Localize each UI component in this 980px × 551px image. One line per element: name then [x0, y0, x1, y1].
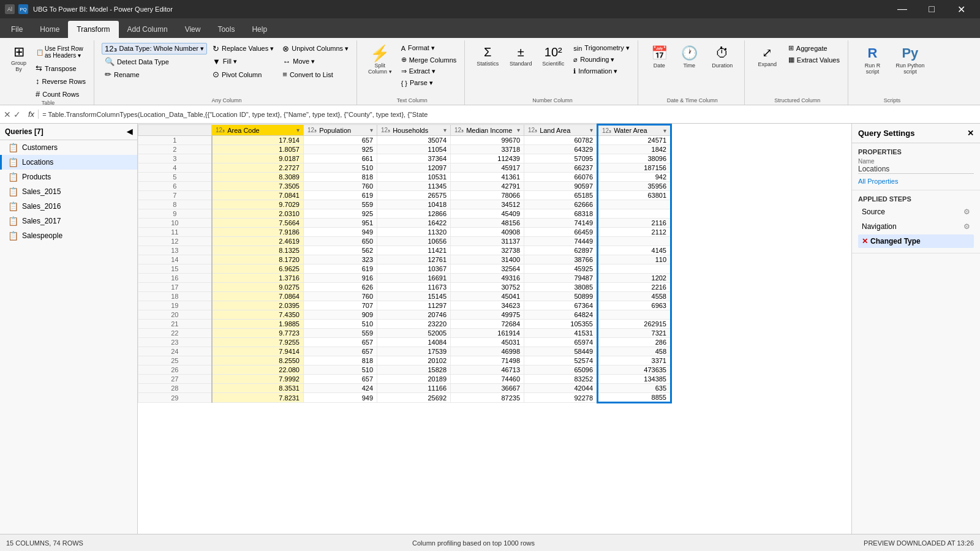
population-cell: 657	[304, 136, 377, 145]
status-preview-time: PREVIEW DOWNLOADED AT 13:26	[864, 539, 974, 547]
tab-tools[interactable]: Tools	[209, 21, 243, 38]
step-delete-icon[interactable]: ✕	[862, 237, 868, 246]
land-area-dropdown-icon[interactable]: ▾	[590, 127, 593, 133]
aggregate-button[interactable]: ⊞ Aggregate	[785, 43, 843, 53]
time-button[interactable]: 🕐 Time	[676, 43, 703, 71]
step-navigation[interactable]: Navigation ⚙	[858, 220, 974, 233]
formula-cancel-icon[interactable]: ✕	[4, 110, 11, 119]
title-bar-controls[interactable]: — □ ✕	[888, 0, 975, 18]
name-value[interactable]: Locations	[858, 165, 974, 174]
group-by-button[interactable]: ⊞ GroupBy	[7, 43, 30, 75]
tab-add-column[interactable]: Add Column	[119, 21, 176, 38]
col-header-land-area[interactable]: 12₃ Land Area ▾	[524, 125, 598, 136]
extract-values-button[interactable]: ▦ Extract Values	[785, 54, 843, 65]
col-header-area-code[interactable]: 12₃ Area Code ▾	[212, 125, 304, 136]
water-area-cell: 187156	[598, 163, 671, 173]
step-source-gear-icon[interactable]: ⚙	[963, 208, 970, 216]
ribbon-group-text-column: ⚡ SplitColumn ▾ A Format ▾ ⊕ Merge Colum…	[360, 40, 465, 105]
households-cell: 17539	[377, 347, 451, 356]
title-bar: Al PQ UBG To Power BI: Model - Power Que…	[0, 0, 980, 18]
scientific-button[interactable]: 10² Scientific	[538, 43, 568, 69]
tab-view[interactable]: View	[176, 21, 209, 38]
maximize-button[interactable]: □	[918, 0, 946, 18]
tab-transform[interactable]: Transform	[68, 21, 118, 38]
any-column-label: Any Column	[212, 97, 242, 105]
median-income-cell: 30752	[451, 283, 524, 292]
sidebar-item-locations[interactable]: 📋 Locations	[0, 155, 137, 170]
data-type-button[interactable]: 12₃ Data Type: Whole Number ▾	[102, 43, 207, 54]
trigonometry-button[interactable]: sin Trigonometry ▾	[570, 43, 633, 53]
standard-button[interactable]: ± Standard	[505, 43, 536, 69]
transpose-button[interactable]: ⇆ Transpose	[32, 62, 89, 74]
table-row: 237.9255657140844503165974286	[138, 338, 671, 347]
close-panel-icon[interactable]: ✕	[967, 129, 974, 138]
convert-to-list-button[interactable]: ≡ Convert to List	[279, 69, 352, 80]
tab-home[interactable]: Home	[31, 21, 68, 38]
grid-container[interactable]: 12₃ Area Code ▾ 12₃ Population ▾	[138, 124, 851, 534]
step-navigation-gear-icon[interactable]: ⚙	[963, 222, 970, 231]
households-dropdown-icon[interactable]: ▾	[443, 127, 447, 133]
count-rows-button[interactable]: # Count Rows	[32, 88, 89, 100]
sidebar-item-products[interactable]: 📋 Products	[0, 170, 137, 184]
merge-columns-button[interactable]: ⊕ Merge Columns	[398, 54, 460, 65]
use-first-row-button[interactable]: 📋 Use First Rowas Headers ▾	[32, 43, 89, 61]
status-bar: 15 COLUMNS, 74 ROWS Column profiling bas…	[0, 534, 980, 551]
duration-button[interactable]: ⏱ Duration	[706, 43, 739, 71]
run-r-button[interactable]: R Run Rscript	[856, 43, 889, 77]
col-header-households[interactable]: 12₃ Households ▾	[377, 125, 451, 136]
sidebar-item-sales2015[interactable]: 📋 Sales_2015	[0, 184, 137, 199]
population-cell: 562	[304, 246, 377, 255]
households-cell: 20102	[377, 356, 451, 365]
median-income-cell: 31400	[451, 255, 524, 264]
tab-help[interactable]: Help	[243, 21, 276, 38]
unpivot-columns-button[interactable]: ⊗ Unpivot Columns ▾	[279, 43, 352, 54]
step-source[interactable]: Source ⚙	[858, 205, 974, 219]
move-button[interactable]: ↔ Move ▾	[279, 56, 352, 67]
median-income-dropdown-icon[interactable]: ▾	[517, 127, 520, 133]
step-changed-type[interactable]: ✕ Changed Type	[858, 234, 974, 248]
table-row: 288.3531424111663666742044635	[138, 384, 671, 393]
format-button[interactable]: A Format ▾	[398, 43, 460, 53]
expand-button[interactable]: ⤢ Expand	[752, 43, 783, 70]
row-num-cell: 1	[138, 136, 212, 145]
population-dropdown-icon[interactable]: ▾	[370, 127, 373, 133]
water-area-dropdown-icon[interactable]: ▾	[663, 127, 666, 134]
tab-file[interactable]: File	[2, 21, 31, 38]
information-button[interactable]: ℹ Information ▾	[570, 66, 633, 77]
col-header-median-income[interactable]: 12₃ Median Income ▾	[451, 125, 524, 136]
sidebar-item-customers[interactable]: 📋 Customers	[0, 140, 137, 155]
pivot-column-button[interactable]: ⊙ Pivot Column	[209, 69, 277, 80]
col-header-population[interactable]: 12₃ Population ▾	[304, 125, 377, 136]
area-code-dropdown-icon[interactable]: ▾	[296, 127, 300, 133]
land-area-cell: 62666	[524, 200, 598, 209]
split-column-button[interactable]: ⚡ SplitColumn ▾	[364, 43, 396, 77]
rounding-button[interactable]: ⌀ Rounding ▾	[570, 54, 633, 65]
median-income-cell: 46998	[451, 347, 524, 356]
trig-icon: sin	[573, 45, 582, 52]
formula-accept-icon[interactable]: ✓	[13, 110, 21, 119]
properties-title: PROPERTIES	[858, 148, 974, 156]
all-properties-link[interactable]: All Properties	[858, 178, 898, 185]
sidebar-collapse-icon[interactable]: ◀	[127, 127, 132, 136]
sidebar-item-sales2016[interactable]: 📋 Sales_2016	[0, 199, 137, 214]
reverse-rows-button[interactable]: ↕ Reverse Rows	[32, 75, 89, 87]
sidebar-item-salespeople[interactable]: 📋 Salespeople	[0, 228, 137, 243]
date-button[interactable]: 📅 Date	[646, 43, 673, 71]
detect-data-type-button[interactable]: 🔍 Detect Data Type	[102, 56, 207, 67]
land-area-cell: 65185	[524, 191, 598, 200]
fill-button[interactable]: ▼ Fill ▾	[209, 56, 277, 67]
land-area-cell: 62897	[524, 246, 598, 255]
extract-button[interactable]: ⇒ Extract ▾	[398, 66, 460, 77]
col-header-water-area[interactable]: 12₃ Water Area ▾	[598, 125, 671, 136]
sidebar-item-sales2017[interactable]: 📋 Sales_2017	[0, 214, 137, 228]
rename-button[interactable]: ✏ Rename	[102, 69, 207, 80]
formula-input[interactable]	[42, 111, 976, 118]
parse-button[interactable]: { } Parse ▾	[398, 78, 460, 88]
statistics-button[interactable]: Σ Statistics	[472, 43, 503, 69]
close-button[interactable]: ✕	[947, 0, 975, 18]
run-python-button[interactable]: Py Run Pythonscript	[892, 43, 929, 77]
replace-values-button[interactable]: ↻ Replace Values ▾	[209, 43, 277, 54]
row-num-header	[138, 125, 212, 136]
minimize-button[interactable]: —	[888, 0, 916, 18]
customers-icon: 📋	[8, 143, 18, 152]
